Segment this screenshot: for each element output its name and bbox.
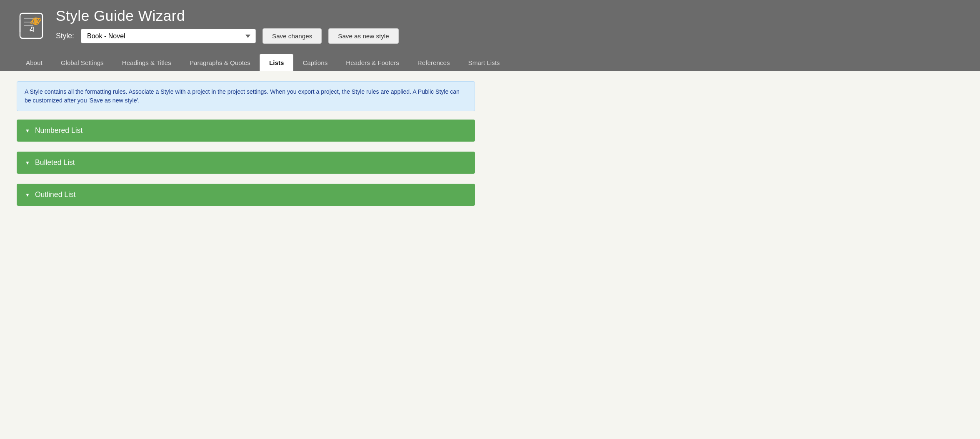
svg-rect-0 [20, 13, 42, 38]
nav-tabs: About Global Settings Headings & Titles … [17, 54, 963, 71]
svg-point-6 [34, 19, 38, 23]
bulleted-list-label: Bulleted List [35, 158, 75, 167]
tab-headings-titles[interactable]: Headings & Titles [113, 54, 180, 71]
tab-paragraphs-quotes[interactable]: Paragraphs & Quotes [180, 54, 260, 71]
tab-global-settings[interactable]: Global Settings [52, 54, 113, 71]
content-inner: A Style contains all the formatting rule… [17, 81, 475, 206]
outlined-list-label: Outlined List [35, 190, 76, 199]
style-select[interactable]: Book - Novel Book - Non-Fiction Academic… [81, 29, 256, 43]
tab-smart-lists[interactable]: Smart Lists [459, 54, 509, 71]
tab-references[interactable]: References [408, 54, 459, 71]
header-top: Style Guide Wizard Style: Book - Novel B… [17, 7, 963, 52]
save-changes-button[interactable]: Save changes [262, 28, 322, 44]
style-label: Style: [56, 32, 74, 40]
save-as-new-button[interactable]: Save as new style [328, 28, 398, 44]
header-title-area: Style Guide Wizard Style: Book - Novel B… [56, 7, 399, 44]
numbered-list-section[interactable]: ▼ Numbered List [17, 120, 475, 142]
info-banner: A Style contains all the formatting rule… [17, 81, 475, 111]
app-header: Style Guide Wizard Style: Book - Novel B… [0, 0, 980, 71]
style-row: Style: Book - Novel Book - Non-Fiction A… [56, 28, 399, 44]
app-logo [17, 11, 46, 40]
app-title: Style Guide Wizard [56, 7, 399, 24]
bulleted-list-chevron-icon: ▼ [25, 160, 30, 166]
tab-captions[interactable]: Captions [293, 54, 337, 71]
outlined-list-chevron-icon: ▼ [25, 192, 30, 198]
numbered-list-chevron-icon: ▼ [25, 128, 30, 134]
bulleted-list-section[interactable]: ▼ Bulleted List [17, 152, 475, 174]
numbered-list-label: Numbered List [35, 126, 82, 135]
tab-headers-footers[interactable]: Headers & Footers [337, 54, 408, 71]
main-content: A Style contains all the formatting rule… [0, 71, 980, 226]
outlined-list-section[interactable]: ▼ Outlined List [17, 184, 475, 206]
tab-lists[interactable]: Lists [260, 54, 293, 71]
tab-about[interactable]: About [17, 54, 52, 71]
